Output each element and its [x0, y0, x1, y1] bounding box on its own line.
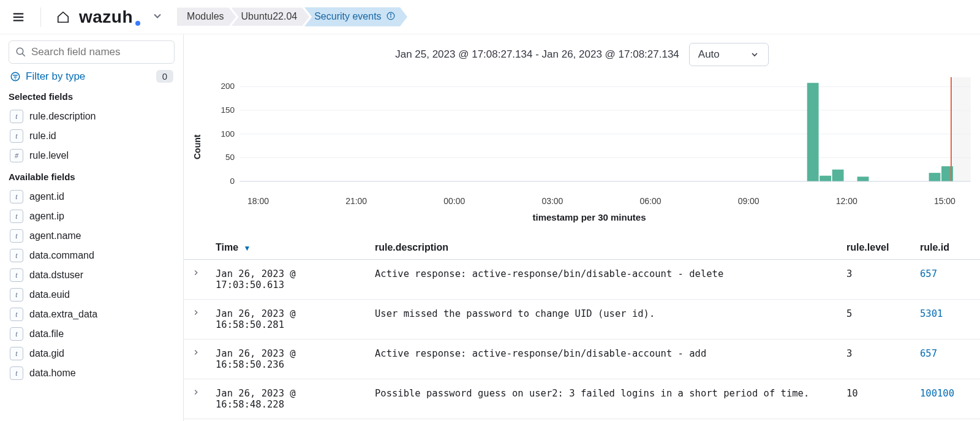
x-tick-label: 21:00	[345, 196, 367, 206]
cell-rule-id[interactable]: 657	[913, 339, 980, 379]
svg-text:50: 50	[225, 153, 235, 162]
field-item[interactable]: tagent.name	[9, 226, 175, 246]
x-tick-label: 03:00	[541, 196, 563, 206]
app-header: wazuh ModulesUbuntu22.04Security events	[0, 0, 980, 34]
logo: wazuh	[79, 7, 140, 27]
interval-value: Auto	[698, 48, 720, 61]
svg-point-6	[17, 48, 23, 55]
field-item[interactable]: trule.id	[9, 126, 175, 146]
field-name: agent.ip	[29, 211, 64, 222]
column-header-level[interactable]: rule.level	[839, 236, 913, 260]
field-item[interactable]: tdata.command	[9, 246, 175, 265]
chart-bar[interactable]	[820, 176, 831, 181]
field-search[interactable]	[9, 40, 175, 64]
menu-button[interactable]	[7, 6, 29, 28]
field-item[interactable]: tdata.file	[9, 324, 175, 344]
available-fields-header: Available fields	[9, 172, 175, 182]
sort-desc-icon: ▼	[244, 244, 251, 252]
filter-label: Filter by type	[26, 70, 85, 83]
expand-row-button[interactable]	[184, 260, 208, 300]
field-name: data.file	[29, 328, 64, 339]
field-name: agent.id	[29, 191, 64, 202]
chevron-right-icon	[192, 268, 200, 277]
column-header-time[interactable]: Time ▼	[208, 236, 368, 260]
chart-canvas: 050100150200	[205, 71, 974, 194]
cell-desc: Active response: active-response/bin/dis…	[368, 339, 839, 379]
svg-text:0: 0	[230, 176, 235, 186]
field-name: data.home	[29, 368, 76, 379]
column-header-desc[interactable]: rule.description	[368, 236, 839, 260]
y-axis-label: Count	[190, 71, 205, 222]
column-header-id[interactable]: rule.id	[913, 236, 980, 260]
home-button[interactable]	[52, 6, 74, 28]
field-search-input[interactable]	[31, 46, 168, 58]
svg-text:200: 200	[221, 82, 235, 91]
home-icon	[56, 10, 70, 24]
search-icon	[15, 47, 26, 58]
chart-bar[interactable]	[807, 83, 819, 181]
x-tick-label: 00:00	[443, 196, 465, 206]
cell-rule-id[interactable]: 5301	[913, 419, 980, 422]
cell-level: 5	[839, 300, 913, 339]
field-item[interactable]: tdata.dstuser	[9, 265, 175, 285]
x-axis-title: timestamp per 30 minutes	[205, 212, 974, 222]
svg-point-5	[390, 13, 391, 14]
cell-level: 3	[839, 260, 913, 300]
info-icon	[386, 12, 395, 23]
field-name: rule.id	[29, 131, 56, 142]
field-name: rule.description	[29, 111, 96, 122]
field-item[interactable]: tdata.extra_data	[9, 305, 175, 324]
divider	[40, 7, 41, 27]
filter-icon	[10, 71, 21, 82]
chart-bar[interactable]	[858, 176, 869, 181]
cell-time: Jan 26, 2023 @ 16:58:50.281	[208, 300, 368, 339]
field-item[interactable]: tagent.ip	[9, 207, 175, 226]
cell-level: 3	[839, 339, 913, 379]
breadcrumb-item[interactable]: Ubuntu22.04	[232, 7, 310, 26]
expand-row-button[interactable]	[184, 300, 208, 339]
table-row: Jan 26, 2023 @ 17:03:50.613Active respon…	[184, 260, 980, 300]
field-item[interactable]: tdata.gid	[9, 344, 175, 363]
field-type-icon: t	[10, 268, 23, 282]
histogram-chart[interactable]: Count 050100150200 18:0021:0000:0003:000…	[184, 71, 980, 225]
cell-rule-id[interactable]: 5301	[913, 300, 980, 339]
chart-bar[interactable]	[832, 170, 844, 181]
breadcrumb-item[interactable]: Security events	[304, 7, 407, 26]
field-item[interactable]: tdata.euid	[9, 285, 175, 305]
cell-rule-id[interactable]: 100100	[913, 379, 980, 419]
logo-text: wazuh	[79, 7, 133, 27]
table-row: Jan 26, 2023 @ 16:58:48.228Possible pass…	[184, 379, 980, 419]
breadcrumb-item[interactable]: Modules	[177, 7, 236, 26]
x-tick-label: 15:00	[934, 196, 956, 206]
chevron-right-icon	[192, 348, 200, 357]
field-item[interactable]: tagent.id	[9, 187, 175, 207]
app-switcher[interactable]	[151, 10, 164, 25]
expand-row-button[interactable]	[184, 339, 208, 379]
field-name: data.command	[29, 250, 94, 261]
field-type-icon: t	[10, 229, 23, 243]
filter-by-type[interactable]: Filter by type 0	[10, 70, 173, 83]
field-item[interactable]: trule.description	[9, 107, 175, 126]
cell-time: Jan 26, 2023 @ 16:58:48.228	[208, 379, 368, 419]
field-item[interactable]: #rule.level	[9, 146, 175, 165]
chart-bar[interactable]	[929, 173, 941, 181]
chevron-down-icon	[151, 10, 164, 22]
interval-select[interactable]: Auto	[689, 43, 769, 66]
svg-line-7	[22, 53, 25, 56]
logo-dot-icon	[135, 21, 140, 26]
field-type-icon: t	[10, 366, 23, 380]
chevron-down-icon	[750, 50, 760, 59]
field-name: agent.name	[29, 230, 81, 241]
cell-desc: User missed the password to change UID (…	[368, 300, 839, 339]
cell-rule-id[interactable]: 657	[913, 260, 980, 300]
expand-row-button[interactable]	[184, 419, 208, 422]
field-item[interactable]: tdata.home	[9, 363, 175, 383]
main-content: Jan 25, 2023 @ 17:08:27.134 - Jan 26, 20…	[184, 34, 980, 421]
cell-desc: Possible password guess on user2: 3 fail…	[368, 379, 839, 419]
breadcrumb: ModulesUbuntu22.04Security events	[177, 7, 407, 26]
time-range-text: Jan 25, 2023 @ 17:08:27.134 - Jan 26, 20…	[395, 48, 679, 61]
field-type-icon: t	[10, 249, 23, 262]
expand-row-button[interactable]	[184, 379, 208, 419]
cell-time: Jan 26, 2023 @ 16:58:50.236	[208, 339, 368, 379]
field-name: data.euid	[29, 289, 70, 300]
